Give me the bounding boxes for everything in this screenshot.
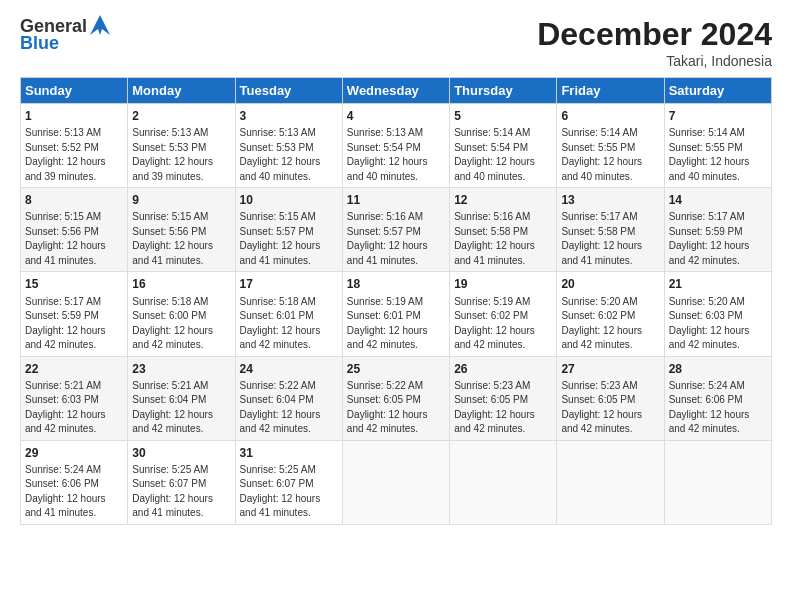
calendar-cell: 15Sunrise: 5:17 AMSunset: 5:59 PMDayligh…	[21, 272, 128, 356]
daylight-text: Daylight: 12 hours and 41 minutes.	[240, 240, 321, 266]
sunset-text: Sunset: 5:54 PM	[347, 142, 421, 153]
calendar-cell: 20Sunrise: 5:20 AMSunset: 6:02 PMDayligh…	[557, 272, 664, 356]
sunrise-text: Sunrise: 5:23 AM	[454, 380, 530, 391]
day-number: 21	[669, 276, 767, 292]
sunrise-text: Sunrise: 5:13 AM	[347, 127, 423, 138]
sunset-text: Sunset: 5:53 PM	[240, 142, 314, 153]
sunrise-text: Sunrise: 5:25 AM	[240, 464, 316, 475]
sunset-text: Sunset: 6:05 PM	[561, 394, 635, 405]
sunrise-text: Sunrise: 5:21 AM	[25, 380, 101, 391]
header: General Blue December 2024 Takari, Indon…	[20, 16, 772, 69]
daylight-text: Daylight: 12 hours and 39 minutes.	[25, 156, 106, 182]
daylight-text: Daylight: 12 hours and 42 minutes.	[669, 325, 750, 351]
sunrise-text: Sunrise: 5:20 AM	[669, 296, 745, 307]
title-block: December 2024 Takari, Indonesia	[537, 16, 772, 69]
sunset-text: Sunset: 6:04 PM	[240, 394, 314, 405]
daylight-text: Daylight: 12 hours and 40 minutes.	[561, 156, 642, 182]
calendar-cell: 27Sunrise: 5:23 AMSunset: 6:05 PMDayligh…	[557, 356, 664, 440]
daylight-text: Daylight: 12 hours and 42 minutes.	[25, 325, 106, 351]
daylight-text: Daylight: 12 hours and 40 minutes.	[669, 156, 750, 182]
calendar-week-5: 29Sunrise: 5:24 AMSunset: 6:06 PMDayligh…	[21, 440, 772, 524]
sunset-text: Sunset: 6:07 PM	[132, 478, 206, 489]
sunset-text: Sunset: 6:06 PM	[669, 394, 743, 405]
sunset-text: Sunset: 6:00 PM	[132, 310, 206, 321]
daylight-text: Daylight: 12 hours and 42 minutes.	[25, 409, 106, 435]
calendar-cell	[342, 440, 449, 524]
day-number: 9	[132, 192, 230, 208]
day-number: 24	[240, 361, 338, 377]
sunset-text: Sunset: 6:03 PM	[25, 394, 99, 405]
calendar-cell: 26Sunrise: 5:23 AMSunset: 6:05 PMDayligh…	[450, 356, 557, 440]
calendar-cell: 21Sunrise: 5:20 AMSunset: 6:03 PMDayligh…	[664, 272, 771, 356]
day-number: 18	[347, 276, 445, 292]
svg-marker-0	[90, 15, 110, 35]
calendar-week-1: 1Sunrise: 5:13 AMSunset: 5:52 PMDaylight…	[21, 104, 772, 188]
daylight-text: Daylight: 12 hours and 41 minutes.	[25, 240, 106, 266]
calendar-cell: 12Sunrise: 5:16 AMSunset: 5:58 PMDayligh…	[450, 188, 557, 272]
sunrise-text: Sunrise: 5:21 AM	[132, 380, 208, 391]
calendar-cell: 28Sunrise: 5:24 AMSunset: 6:06 PMDayligh…	[664, 356, 771, 440]
logo-icon	[90, 15, 110, 35]
daylight-text: Daylight: 12 hours and 40 minutes.	[347, 156, 428, 182]
sunrise-text: Sunrise: 5:20 AM	[561, 296, 637, 307]
calendar-week-4: 22Sunrise: 5:21 AMSunset: 6:03 PMDayligh…	[21, 356, 772, 440]
sunset-text: Sunset: 6:03 PM	[669, 310, 743, 321]
sunrise-text: Sunrise: 5:19 AM	[454, 296, 530, 307]
calendar-cell	[664, 440, 771, 524]
daylight-text: Daylight: 12 hours and 41 minutes.	[132, 493, 213, 519]
sunrise-text: Sunrise: 5:13 AM	[132, 127, 208, 138]
sunset-text: Sunset: 6:02 PM	[561, 310, 635, 321]
calendar-cell: 14Sunrise: 5:17 AMSunset: 5:59 PMDayligh…	[664, 188, 771, 272]
calendar-cell: 24Sunrise: 5:22 AMSunset: 6:04 PMDayligh…	[235, 356, 342, 440]
sunset-text: Sunset: 6:07 PM	[240, 478, 314, 489]
sunrise-text: Sunrise: 5:16 AM	[347, 211, 423, 222]
calendar-cell: 30Sunrise: 5:25 AMSunset: 6:07 PMDayligh…	[128, 440, 235, 524]
daylight-text: Daylight: 12 hours and 42 minutes.	[454, 325, 535, 351]
sunset-text: Sunset: 5:55 PM	[669, 142, 743, 153]
daylight-text: Daylight: 12 hours and 42 minutes.	[240, 409, 321, 435]
daylight-text: Daylight: 12 hours and 42 minutes.	[347, 325, 428, 351]
sunrise-text: Sunrise: 5:14 AM	[669, 127, 745, 138]
sunrise-text: Sunrise: 5:25 AM	[132, 464, 208, 475]
daylight-text: Daylight: 12 hours and 41 minutes.	[25, 493, 106, 519]
sunset-text: Sunset: 5:58 PM	[454, 226, 528, 237]
day-number: 4	[347, 108, 445, 124]
calendar-cell: 4Sunrise: 5:13 AMSunset: 5:54 PMDaylight…	[342, 104, 449, 188]
calendar-cell: 25Sunrise: 5:22 AMSunset: 6:05 PMDayligh…	[342, 356, 449, 440]
sunrise-text: Sunrise: 5:15 AM	[25, 211, 101, 222]
day-number: 19	[454, 276, 552, 292]
calendar-cell	[557, 440, 664, 524]
calendar-cell: 19Sunrise: 5:19 AMSunset: 6:02 PMDayligh…	[450, 272, 557, 356]
header-friday: Friday	[557, 78, 664, 104]
sunrise-text: Sunrise: 5:19 AM	[347, 296, 423, 307]
sunset-text: Sunset: 6:05 PM	[347, 394, 421, 405]
day-number: 11	[347, 192, 445, 208]
sunrise-text: Sunrise: 5:16 AM	[454, 211, 530, 222]
day-number: 23	[132, 361, 230, 377]
header-wednesday: Wednesday	[342, 78, 449, 104]
calendar-week-3: 15Sunrise: 5:17 AMSunset: 5:59 PMDayligh…	[21, 272, 772, 356]
sunrise-text: Sunrise: 5:13 AM	[25, 127, 101, 138]
daylight-text: Daylight: 12 hours and 42 minutes.	[132, 409, 213, 435]
daylight-text: Daylight: 12 hours and 39 minutes.	[132, 156, 213, 182]
sunrise-text: Sunrise: 5:14 AM	[454, 127, 530, 138]
sunset-text: Sunset: 5:57 PM	[240, 226, 314, 237]
sunrise-text: Sunrise: 5:24 AM	[669, 380, 745, 391]
daylight-text: Daylight: 12 hours and 42 minutes.	[132, 325, 213, 351]
calendar-table: Sunday Monday Tuesday Wednesday Thursday…	[20, 77, 772, 525]
daylight-text: Daylight: 12 hours and 42 minutes.	[561, 325, 642, 351]
sunset-text: Sunset: 6:06 PM	[25, 478, 99, 489]
daylight-text: Daylight: 12 hours and 41 minutes.	[240, 493, 321, 519]
month-title: December 2024	[537, 16, 772, 53]
day-number: 27	[561, 361, 659, 377]
sunrise-text: Sunrise: 5:18 AM	[240, 296, 316, 307]
calendar-week-2: 8Sunrise: 5:15 AMSunset: 5:56 PMDaylight…	[21, 188, 772, 272]
day-number: 7	[669, 108, 767, 124]
calendar-cell: 13Sunrise: 5:17 AMSunset: 5:58 PMDayligh…	[557, 188, 664, 272]
day-number: 20	[561, 276, 659, 292]
sunset-text: Sunset: 5:59 PM	[25, 310, 99, 321]
daylight-text: Daylight: 12 hours and 41 minutes.	[454, 240, 535, 266]
day-number: 14	[669, 192, 767, 208]
calendar-cell: 1Sunrise: 5:13 AMSunset: 5:52 PMDaylight…	[21, 104, 128, 188]
day-number: 10	[240, 192, 338, 208]
